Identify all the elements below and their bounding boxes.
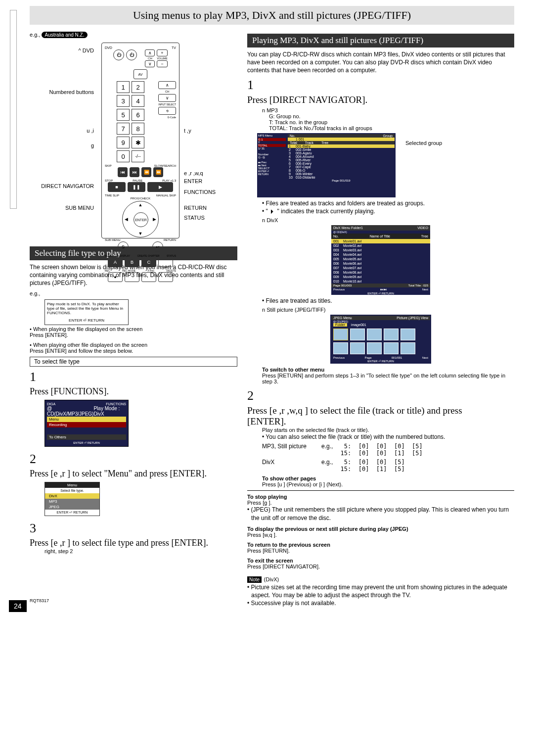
- section-playing: Playing MP3, DivX and still pictures (JP…: [247, 34, 514, 47]
- left-arrow-icon: ◀: [125, 217, 128, 222]
- rec-button: ●: [108, 272, 123, 282]
- label-enter: ENTER: [184, 178, 202, 184]
- stop-icon: ■: [108, 182, 126, 192]
- jpeg-screenshot: JPEG MenuPicture (JPEG) View @ CD(JPEG) …: [330, 315, 431, 364]
- skip-prev-icon: ⏮: [118, 167, 128, 177]
- enter-button: ENTER: [134, 212, 148, 227]
- down-arrow-icon: ▼: [138, 231, 143, 236]
- step-3: 3 Press [e ,r ] to select file type and …: [30, 521, 237, 548]
- submenu-button: S: [118, 241, 129, 252]
- region-label: e.g., Australia and N.Z.: [30, 32, 237, 38]
- remote-diagram: ^ DVD Numbered buttons u ,i g DIRECT NAV…: [30, 40, 237, 242]
- navigator-screenshot: MP3 Menu G 1 T TOTAL 1/ 31 Number ⓪ - ⑨ …: [257, 133, 396, 197]
- menu-screenshot: Menu Select file type. DivX MP3 JPEG ENT…: [44, 482, 100, 516]
- label-erwq: e ,r ,w,q: [184, 170, 203, 176]
- label-functions: FUNCTIONS: [184, 189, 216, 195]
- return-button: ↩: [152, 241, 163, 252]
- number-pad: 123 456 789 ✱0-/--: [110, 81, 151, 162]
- r-step-1: 1 Press [DIRECT NAVIGATOR].: [247, 78, 514, 105]
- av-button: AV: [134, 69, 147, 79]
- step-2: 2 Press [e ,r ] to select "Menu" and pre…: [30, 452, 237, 479]
- tv-label: TV: [172, 46, 176, 49]
- colour-a: A: [108, 257, 123, 267]
- ch-down-icon: ∨: [145, 60, 155, 67]
- manual-page: Using menus to play MP3, DivX and still …: [0, 0, 534, 617]
- play-icon: ▶: [147, 182, 173, 192]
- power-dvd-icon: ⏻: [113, 49, 124, 60]
- skip-next-icon: ⏭: [130, 167, 139, 177]
- forward-icon: ⏩: [153, 167, 163, 177]
- selected-group-label: Selected group: [405, 140, 442, 146]
- label-direct: DIRECT NAVIGATOR: [30, 183, 94, 189]
- label-ty: t ,y: [184, 128, 191, 134]
- step-1: 1 Press [FUNCTIONS].: [30, 370, 237, 397]
- label-return: RETURN: [184, 205, 207, 211]
- remote-body: DVD TV ⏻ ⏻ ∧ CH ∨ +: [101, 43, 179, 238]
- rewind-icon: ⏪: [141, 167, 151, 177]
- select-filetype-heading: To select file type: [30, 357, 237, 367]
- note-badge: Note: [247, 576, 262, 583]
- ch-up2-icon: ∧: [158, 81, 176, 89]
- label-ui: u ,i: [30, 128, 94, 134]
- thumbnail-icon: [333, 329, 348, 340]
- up-arrow-icon: ▲: [138, 202, 143, 207]
- label-status: STATUS: [184, 215, 205, 221]
- power-tv-icon: ⏻: [126, 49, 137, 60]
- playmode-tip: Play mode is set to DivX. To play anothe…: [44, 299, 129, 325]
- label-numbered: Numbered buttons: [30, 89, 94, 95]
- ch-down2-icon: ∨: [158, 94, 176, 102]
- pause-icon: ❚❚: [128, 182, 145, 192]
- direction-pad: ENTER ▲ ▼ ◀ ▶: [122, 201, 159, 237]
- ch-up-icon: ∧: [145, 49, 155, 56]
- label-g: g: [30, 142, 94, 148]
- colour-b: B: [125, 257, 139, 267]
- divx-screenshot: DivX Menu Folder1VIDEO @ CD(DivX) No.Nam…: [331, 225, 430, 295]
- functions-screenshot: DIGAFUNCTIONS @ CD(DivX/MP3/JPEG)Play Mo…: [44, 400, 129, 447]
- right-column: Playing MP3, DivX and still pictures (JP…: [247, 30, 514, 607]
- vol-up-icon: +: [157, 49, 167, 56]
- page-title: Using menus to play MP3, DivX and still …: [30, 6, 514, 25]
- right-arrow-icon: ▶: [153, 217, 156, 222]
- label-dvd: ^ DVD: [30, 47, 94, 53]
- page-number: 24: [9, 600, 27, 612]
- vol-down-icon: −: [157, 60, 167, 67]
- colour-d: [158, 257, 173, 267]
- label-submenu: SUB MENU: [30, 205, 94, 211]
- doc-code: RQT8317: [30, 598, 49, 603]
- left-column: e.g., Australia and N.Z. ^ DVD Numbered …: [30, 30, 237, 607]
- input-select-icon: ⎆: [158, 107, 176, 115]
- two-columns: e.g., Australia and N.Z. ^ DVD Numbered …: [30, 30, 514, 607]
- r-step-2: 2 Press [e ,r ,w,q ] to select the file …: [247, 388, 514, 427]
- colour-c: C: [141, 257, 156, 267]
- side-tab: [10, 10, 17, 209]
